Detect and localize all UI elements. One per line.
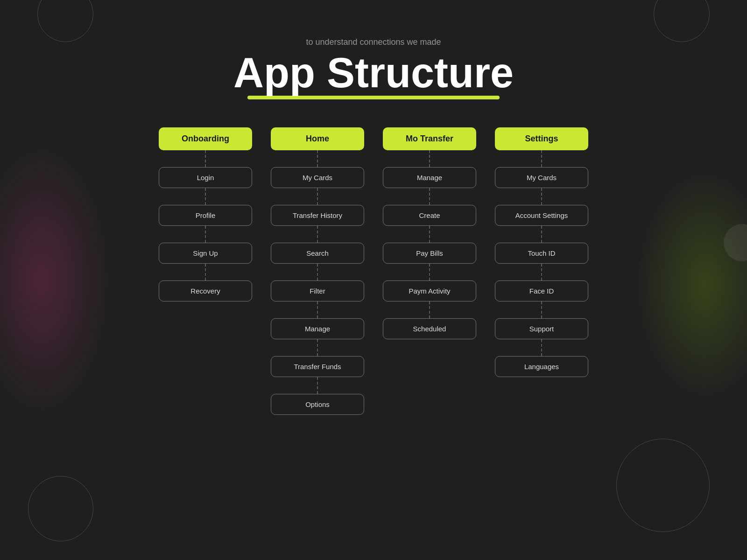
item-transfer-funds[interactable]: Transfer Funds bbox=[271, 356, 364, 377]
item-scheduled[interactable]: Scheduled bbox=[383, 318, 476, 339]
item-account-settings[interactable]: Account Settings bbox=[495, 205, 588, 226]
item-pay-bills[interactable]: Pay Bills bbox=[383, 243, 476, 264]
connector-line bbox=[317, 301, 318, 318]
connector-line bbox=[317, 150, 318, 167]
column-home: HomeMy CardsTransfer HistorySearchFilter… bbox=[261, 127, 374, 415]
column-settings: SettingsMy CardsAccount SettingsTouch ID… bbox=[486, 127, 598, 415]
item-paym-activity[interactable]: Paym Activity bbox=[383, 280, 476, 301]
connector-line bbox=[205, 226, 206, 243]
item-filter[interactable]: Filter bbox=[271, 280, 364, 301]
connector-line bbox=[317, 264, 318, 280]
connector-line bbox=[541, 339, 542, 356]
page-title: App Structure bbox=[233, 52, 514, 94]
connector-line bbox=[541, 226, 542, 243]
item-support[interactable]: Support bbox=[495, 318, 588, 339]
column-mo-transfer: Mo TransferManageCreatePay BillsPaym Act… bbox=[374, 127, 486, 415]
header: to understand connections we made App St… bbox=[0, 0, 747, 99]
connector-line bbox=[541, 264, 542, 280]
category-home[interactable]: Home bbox=[271, 127, 364, 150]
connector-line bbox=[317, 226, 318, 243]
connector-line bbox=[205, 150, 206, 167]
deco-circle-bottom-right bbox=[616, 439, 710, 532]
subtitle: to understand connections we made bbox=[0, 37, 747, 47]
connector-line bbox=[317, 377, 318, 394]
item-my-cards[interactable]: My Cards bbox=[271, 167, 364, 188]
connector-line bbox=[429, 188, 430, 205]
item-my-cards[interactable]: My Cards bbox=[495, 167, 588, 188]
item-create[interactable]: Create bbox=[383, 205, 476, 226]
item-recovery[interactable]: Recovery bbox=[159, 280, 252, 301]
item-touch-id[interactable]: Touch ID bbox=[495, 243, 588, 264]
connector-line bbox=[429, 264, 430, 280]
connector-line bbox=[541, 150, 542, 167]
item-options[interactable]: Options bbox=[271, 394, 364, 415]
item-manage[interactable]: Manage bbox=[271, 318, 364, 339]
deco-circle-bottom-left bbox=[28, 476, 93, 541]
column-onboarding: OnboardingLoginProfileSign UpRecovery bbox=[149, 127, 261, 415]
category-mo-transfer[interactable]: Mo Transfer bbox=[383, 127, 476, 150]
connector-line bbox=[317, 188, 318, 205]
connector-line bbox=[429, 301, 430, 318]
item-manage[interactable]: Manage bbox=[383, 167, 476, 188]
connector-line bbox=[205, 188, 206, 205]
category-settings[interactable]: Settings bbox=[495, 127, 588, 150]
item-sign-up[interactable]: Sign Up bbox=[159, 243, 252, 264]
connector-line bbox=[541, 188, 542, 205]
item-face-id[interactable]: Face ID bbox=[495, 280, 588, 301]
title-underline bbox=[247, 96, 500, 99]
item-login[interactable]: Login bbox=[159, 167, 252, 188]
connector-line bbox=[317, 339, 318, 356]
item-languages[interactable]: Languages bbox=[495, 356, 588, 377]
category-onboarding[interactable]: Onboarding bbox=[159, 127, 252, 150]
connector-line bbox=[205, 264, 206, 280]
app-structure-diagram: OnboardingLoginProfileSign UpRecoveryHom… bbox=[0, 127, 747, 415]
item-search[interactable]: Search bbox=[271, 243, 364, 264]
connector-line bbox=[429, 150, 430, 167]
item-profile[interactable]: Profile bbox=[159, 205, 252, 226]
connector-line bbox=[541, 301, 542, 318]
connector-line bbox=[429, 226, 430, 243]
item-transfer-history[interactable]: Transfer History bbox=[271, 205, 364, 226]
